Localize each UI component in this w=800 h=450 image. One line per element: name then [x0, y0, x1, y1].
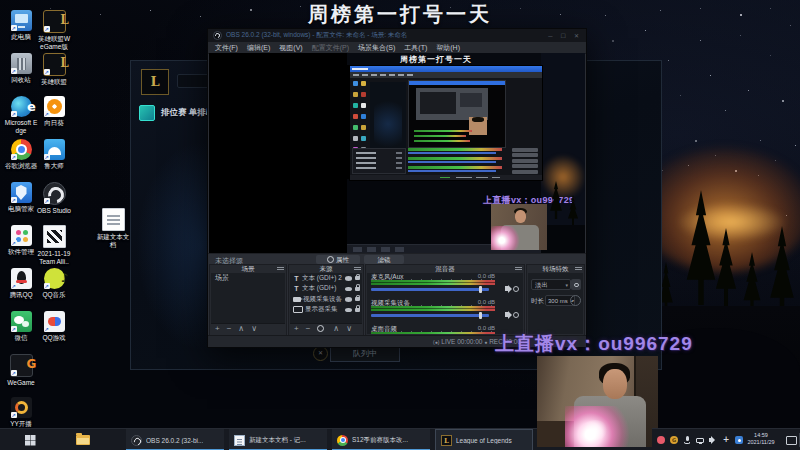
software-manager-icon: ↗	[11, 225, 32, 246]
maximize-icon[interactable]: ☐	[559, 32, 568, 39]
desktop-icon-video-file[interactable]: 2021-11-19 Team Alli..	[37, 225, 71, 265]
desktop-icon-ludashi[interactable]: ↗鲁大师	[37, 139, 71, 170]
chrome-icon: ↗	[11, 139, 32, 160]
dock-menu-icon[interactable]	[354, 267, 361, 271]
obs-menu-item-2[interactable]: 视图(V)	[279, 43, 302, 53]
scene-row[interactable]: 场景	[211, 273, 285, 283]
transition-select[interactable]: 淡出	[531, 279, 571, 290]
obs-menu-item-5[interactable]: 工具(T)	[404, 43, 427, 53]
scene-up-button[interactable]: ∧	[238, 324, 244, 334]
ludashi-icon: ↗	[44, 139, 65, 160]
desktop-icon-text-file[interactable]: 新建文本文档	[96, 208, 130, 248]
source-properties-button[interactable]	[317, 324, 326, 334]
transitions-dock: 转场特效 淡出 时长 300 ms	[526, 264, 585, 336]
gear-icon[interactable]	[513, 312, 519, 318]
desktop-icon-wegame[interactable]: ↗WeGame	[4, 354, 38, 387]
desktop-icon-qq-music[interactable]: ↗QQ音乐	[37, 268, 71, 299]
desktop-icon-sunflower[interactable]: ↗向日葵	[37, 96, 71, 127]
plus-tray-icon[interactable]	[722, 436, 730, 444]
visibility-eye-icon[interactable]	[345, 308, 352, 313]
shortcut-arrow-icon: ↗	[44, 69, 50, 75]
taskbar-task-notepad[interactable]: 新建文本文档 - 记...	[229, 429, 327, 450]
obs-titlebar[interactable]: OBS 26.0.2 (32-bit, windows) - 配置文件: 未命名…	[208, 29, 586, 42]
task-label: 新建文本文档 - 记...	[249, 436, 306, 445]
dock-menu-icon[interactable]	[575, 267, 582, 271]
red-dot-tray-icon[interactable]	[657, 436, 665, 444]
mic-tray-icon[interactable]	[683, 436, 691, 444]
camera-source-icon	[293, 297, 301, 302]
desktop-icon-chrome[interactable]: ↗谷歌浏览器	[4, 139, 38, 170]
obs-menu-item-6[interactable]: 帮助(H)	[436, 43, 460, 53]
minimize-icon[interactable]: ─	[546, 33, 554, 39]
wegame-icon: ↗	[10, 354, 33, 377]
close-icon[interactable]: ✕	[572, 32, 581, 39]
visibility-eye-icon[interactable]	[345, 276, 352, 281]
speaker-icon[interactable]	[505, 312, 509, 317]
taskbar-task-obs[interactable]: OBS 26.0.2 (32-bi...	[126, 429, 224, 450]
lol-logo: L	[141, 69, 169, 95]
lock-icon[interactable]	[355, 287, 360, 291]
add-source-button[interactable]: +	[294, 324, 299, 334]
properties-button[interactable]: 属性	[316, 255, 360, 264]
file-explorer-button[interactable]	[68, 429, 98, 450]
dock-menu-icon[interactable]	[515, 267, 522, 271]
slider-handle[interactable]	[479, 286, 482, 293]
gear-icon[interactable]	[513, 286, 519, 292]
desktop-icon-software-manager[interactable]: ↗软件管理	[4, 225, 38, 256]
qq-icon: ↗	[11, 268, 32, 289]
start-button[interactable]	[14, 429, 48, 450]
add-scene-button[interactable]: +	[215, 324, 220, 334]
remove-scene-button[interactable]: −	[227, 324, 232, 334]
lock-icon[interactable]	[355, 308, 360, 312]
source-row[interactable]: T文本 (GDI+)	[290, 284, 362, 295]
duration-reset-icon[interactable]	[570, 295, 581, 306]
volume-slider[interactable]	[371, 314, 489, 317]
obs-menu-item-3[interactable]: 配置文件(P)	[312, 43, 349, 53]
streamer-face	[603, 369, 627, 399]
obs-menu-item-1[interactable]: 编辑(E)	[247, 43, 270, 53]
lock-icon[interactable]	[355, 276, 360, 280]
volume-meter	[371, 280, 495, 285]
gold-g-tray-icon[interactable]	[670, 436, 678, 444]
desktop-icon-qq[interactable]: ↗腾讯QQ	[4, 268, 38, 299]
taskbar-task-lol[interactable]: League of Legends	[435, 429, 533, 450]
taskbar-task-chrome[interactable]: S12季前赛版本改...	[332, 429, 430, 450]
taskbar-clock[interactable]: 14:59 2021/11/29	[738, 432, 784, 446]
speaker-icon[interactable]	[505, 286, 509, 291]
desktop-icon-lol[interactable]: ↗英雄联盟	[37, 53, 71, 86]
scene-down-button[interactable]: ∨	[251, 324, 257, 334]
desktop-icon-recycle-bin[interactable]: ↗回收站	[4, 53, 38, 84]
desktop-icon-obs[interactable]: ↗OBS Studio	[37, 182, 71, 215]
action-center-icon[interactable]	[786, 436, 797, 445]
desktop-icon-wechat[interactable]: ↗微信	[4, 311, 38, 342]
source-row[interactable]: T文本 (GDI+) 2	[290, 273, 362, 284]
desktop-icon-edge[interactable]: ↗Microsoft Edge	[4, 96, 38, 134]
mixer-dock-title: 混音器	[366, 265, 524, 273]
monitor-tray-icon[interactable]	[696, 438, 704, 444]
obs-menu-item-0[interactable]: 文件(F)	[215, 43, 238, 53]
obs-menu-item-4[interactable]: 场景集合(S)	[358, 43, 395, 53]
source-row[interactable]: 显示器采集	[290, 305, 362, 316]
speaker-tray-icon[interactable]	[709, 436, 717, 444]
nested-sunset-glow	[541, 155, 585, 199]
desktop-icon-pc-manager[interactable]: ↗电脑管家	[4, 182, 38, 213]
source-up-button[interactable]: ∧	[333, 324, 339, 334]
nested2-window	[416, 88, 488, 120]
transition-gear-icon[interactable]	[571, 279, 581, 290]
volume-slider[interactable]	[371, 288, 489, 291]
filters-button[interactable]: 滤镜	[364, 255, 404, 264]
shortcut-arrow-icon: ↗	[44, 111, 50, 117]
visibility-eye-icon[interactable]	[345, 297, 352, 302]
source-down-button[interactable]: ∨	[346, 324, 352, 334]
desktop-icon-yy[interactable]: ↗YY开播	[4, 397, 38, 428]
obs-preview-canvas[interactable]: 周榜第一打号一天	[209, 53, 585, 253]
sources-toolbar: + − ∧ ∨	[290, 323, 362, 334]
desktop-icon-qq-game[interactable]: ↗QQ游戏	[37, 311, 71, 342]
visibility-eye-icon[interactable]	[345, 287, 352, 292]
source-row[interactable]: 视频采集设备	[290, 294, 362, 305]
remove-source-button[interactable]: −	[306, 324, 311, 334]
slider-handle[interactable]	[479, 312, 482, 319]
lock-icon[interactable]	[355, 297, 360, 301]
queue-cancel-icon[interactable]: ✕	[313, 346, 328, 361]
dock-menu-icon[interactable]	[277, 267, 284, 271]
